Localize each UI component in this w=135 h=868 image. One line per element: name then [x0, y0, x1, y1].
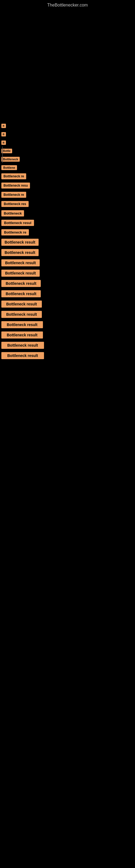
bottleneck-label-1: B: [1, 124, 6, 128]
bottleneck-item-14: Bottleneck result: [1, 239, 135, 246]
bottleneck-label-16: Bottleneck result: [1, 259, 40, 267]
bottleneck-item-13: Bottleneck re: [1, 229, 135, 236]
bottleneck-label-6: Bottlene: [1, 165, 17, 170]
bottleneck-item-11: Bottleneck: [1, 210, 135, 216]
site-title: TheBottlenecker.com: [0, 0, 135, 9]
bottleneck-item-10: Bottleneck res: [1, 201, 135, 207]
bottleneck-item-15: Bottleneck result: [1, 249, 135, 256]
bottleneck-item-7: Bottleneck re: [1, 173, 135, 179]
bottleneck-item-6: Bottlene: [1, 165, 135, 170]
bottleneck-item-1: B: [1, 123, 135, 128]
bottleneck-label-9: Bottleneck re: [1, 192, 26, 198]
bottleneck-item-3: B: [1, 140, 135, 145]
bottleneck-label-8: Bottleneck resu: [1, 183, 30, 188]
items-container: BBBBottleBottleneckBottleneBottleneck re…: [0, 9, 135, 359]
bottleneck-item-17: Bottleneck result: [1, 270, 135, 277]
bottleneck-label-7: Bottleneck re: [1, 173, 26, 179]
bottleneck-label-13: Bottleneck re: [1, 229, 29, 236]
bottleneck-label-17: Bottleneck result: [1, 270, 40, 277]
bottleneck-label-20: Bottleneck result: [1, 301, 42, 308]
bottleneck-item-5: Bottleneck: [1, 156, 135, 162]
bottleneck-label-23: Bottleneck result: [1, 332, 43, 339]
bottleneck-item-19: Bottleneck result: [1, 290, 135, 297]
bottleneck-label-15: Bottleneck result: [1, 249, 39, 256]
bottleneck-item-8: Bottleneck resu: [1, 183, 135, 188]
bottleneck-label-2: B: [1, 132, 6, 136]
bottleneck-item-21: Bottleneck result: [1, 311, 135, 318]
vertical-line: [2, 147, 3, 163]
bottleneck-item-16: Bottleneck result: [1, 259, 135, 267]
bottleneck-item-25: Bottleneck result: [1, 352, 135, 359]
bottleneck-label-4: Bottle: [1, 149, 12, 153]
bottleneck-item-12: Bottleneck resul: [1, 220, 135, 226]
bottleneck-label-11: Bottleneck: [1, 210, 24, 216]
bottleneck-label-21: Bottleneck result: [1, 311, 42, 318]
bottleneck-item-9: Bottleneck re: [1, 192, 135, 198]
bottleneck-label-25: Bottleneck result: [1, 352, 44, 359]
bottleneck-label-19: Bottleneck result: [1, 290, 41, 297]
bottleneck-item-18: Bottleneck result: [1, 280, 135, 287]
bottleneck-item-24: Bottleneck result: [1, 342, 135, 349]
bottleneck-label-18: Bottleneck result: [1, 280, 41, 287]
bottleneck-item-2: B: [1, 131, 135, 136]
bottleneck-item-23: Bottleneck result: [1, 332, 135, 339]
bottleneck-label-3: B: [1, 141, 6, 145]
bottleneck-item-4: Bottle: [1, 148, 135, 153]
bottleneck-label-12: Bottleneck resul: [1, 220, 34, 226]
bottleneck-item-22: Bottleneck result: [1, 321, 135, 328]
bottleneck-label-5: Bottleneck: [1, 157, 20, 162]
bottleneck-label-14: Bottleneck result: [1, 239, 39, 246]
bottleneck-label-10: Bottleneck res: [1, 201, 29, 207]
bottleneck-label-22: Bottleneck result: [1, 321, 43, 328]
bottleneck-item-20: Bottleneck result: [1, 301, 135, 308]
bottleneck-label-24: Bottleneck result: [1, 342, 44, 349]
